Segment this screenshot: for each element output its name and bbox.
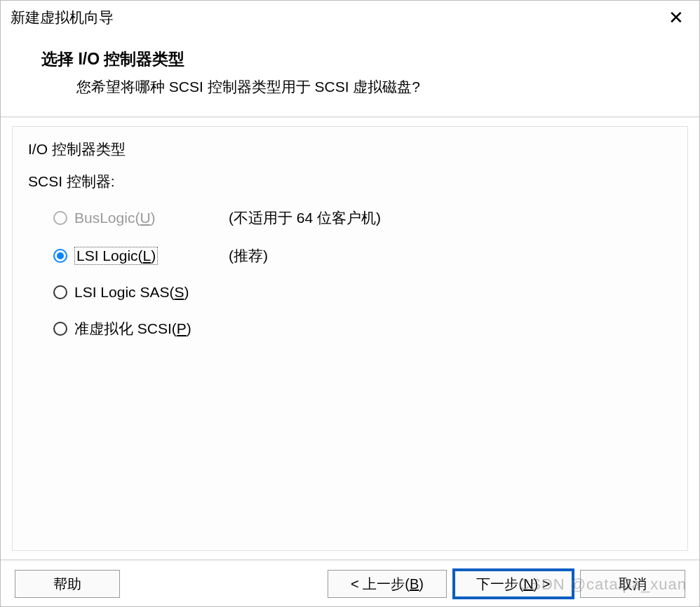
radio-lsilogic[interactable]	[53, 249, 67, 263]
content-area: I/O 控制器类型 SCSI 控制器: BusLogic(U) (不适用于 64…	[12, 126, 688, 551]
divider	[1, 116, 699, 118]
radio-row-lsisas[interactable]: LSI Logic SAS(S)	[28, 284, 672, 301]
radio-lsilogic-note: (推荐)	[229, 246, 268, 266]
next-button[interactable]: 下一步(N) >	[454, 570, 573, 598]
radio-buslogic-label: BusLogic(U)	[74, 210, 156, 226]
radio-row-lsilogic[interactable]: LSI Logic(L) (推荐)	[28, 246, 672, 266]
radio-pvscsi-label: 准虚拟化 SCSI(P)	[74, 319, 191, 339]
scsi-controller-label: SCSI 控制器:	[28, 172, 672, 191]
radio-lsisas[interactable]	[53, 285, 67, 299]
titlebar: 新建虚拟机向导 ✕	[1, 1, 699, 33]
radio-pvscsi[interactable]	[53, 322, 67, 336]
group-label: I/O 控制器类型	[28, 139, 672, 159]
window-title: 新建虚拟机向导	[11, 8, 114, 27]
radio-row-pvscsi[interactable]: 准虚拟化 SCSI(P)	[28, 319, 672, 339]
cancel-button[interactable]: 取消	[580, 570, 685, 598]
help-button[interactable]: 帮助	[15, 570, 120, 598]
radio-buslogic	[53, 211, 67, 225]
button-bar: 帮助 < 上一步(B) 下一步(N) > 取消	[1, 561, 699, 607]
close-icon[interactable]: ✕	[663, 6, 689, 29]
radio-lsisas-label: LSI Logic SAS(S)	[74, 284, 189, 301]
page-title: 选择 I/O 控制器类型	[41, 48, 699, 70]
radio-row-buslogic: BusLogic(U) (不适用于 64 位客户机)	[28, 208, 672, 228]
wizard-header: 选择 I/O 控制器类型 您希望将哪种 SCSI 控制器类型用于 SCSI 虚拟…	[1, 33, 699, 116]
radio-lsilogic-label: LSI Logic(L)	[74, 247, 158, 265]
page-subtitle: 您希望将哪种 SCSI 控制器类型用于 SCSI 虚拟磁盘?	[41, 77, 699, 97]
back-button[interactable]: < 上一步(B)	[328, 570, 447, 598]
radio-buslogic-note: (不适用于 64 位客户机)	[229, 208, 381, 228]
